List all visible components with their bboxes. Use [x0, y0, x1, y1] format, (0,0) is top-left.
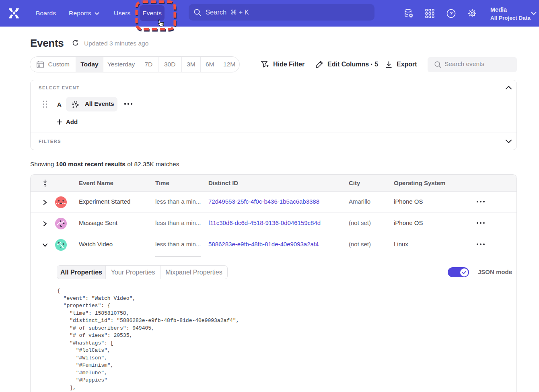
svg-text:?: ?: [449, 10, 453, 17]
